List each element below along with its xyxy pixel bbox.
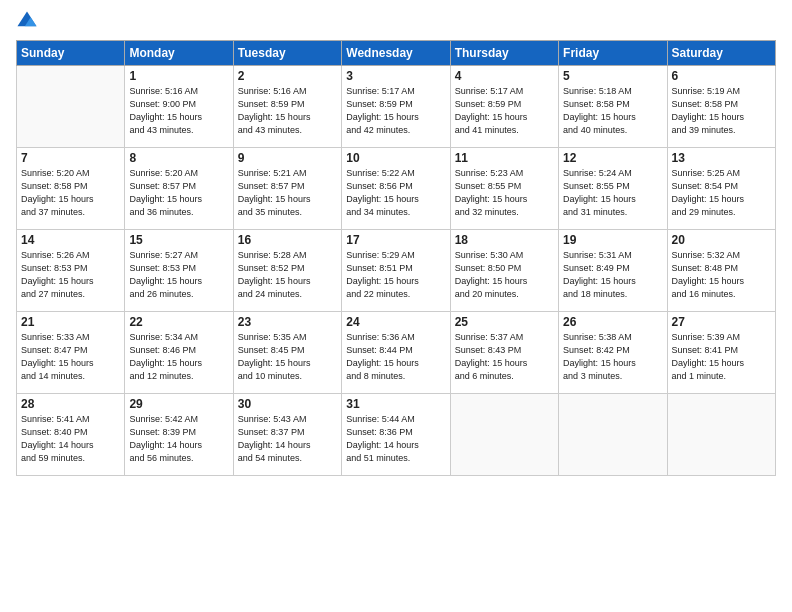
- calendar-cell: 4Sunrise: 5:17 AM Sunset: 8:59 PM Daylig…: [450, 66, 558, 148]
- day-number: 22: [129, 315, 228, 329]
- calendar-cell: 15Sunrise: 5:27 AM Sunset: 8:53 PM Dayli…: [125, 230, 233, 312]
- day-number: 10: [346, 151, 445, 165]
- calendar-week-3: 21Sunrise: 5:33 AM Sunset: 8:47 PM Dayli…: [17, 312, 776, 394]
- calendar-cell: [17, 66, 125, 148]
- day-number: 19: [563, 233, 662, 247]
- day-info: Sunrise: 5:33 AM Sunset: 8:47 PM Dayligh…: [21, 331, 120, 383]
- logo-icon: [16, 10, 38, 32]
- day-info: Sunrise: 5:20 AM Sunset: 8:58 PM Dayligh…: [21, 167, 120, 219]
- day-number: 6: [672, 69, 771, 83]
- calendar-cell: 29Sunrise: 5:42 AM Sunset: 8:39 PM Dayli…: [125, 394, 233, 476]
- calendar-cell: [559, 394, 667, 476]
- calendar-cell: 30Sunrise: 5:43 AM Sunset: 8:37 PM Dayli…: [233, 394, 341, 476]
- day-info: Sunrise: 5:32 AM Sunset: 8:48 PM Dayligh…: [672, 249, 771, 301]
- calendar-cell: 6Sunrise: 5:19 AM Sunset: 8:58 PM Daylig…: [667, 66, 775, 148]
- page: SundayMondayTuesdayWednesdayThursdayFrid…: [0, 0, 792, 612]
- calendar-cell: 27Sunrise: 5:39 AM Sunset: 8:41 PM Dayli…: [667, 312, 775, 394]
- day-info: Sunrise: 5:30 AM Sunset: 8:50 PM Dayligh…: [455, 249, 554, 301]
- calendar-table: SundayMondayTuesdayWednesdayThursdayFrid…: [16, 40, 776, 476]
- day-info: Sunrise: 5:20 AM Sunset: 8:57 PM Dayligh…: [129, 167, 228, 219]
- day-number: 28: [21, 397, 120, 411]
- day-info: Sunrise: 5:21 AM Sunset: 8:57 PM Dayligh…: [238, 167, 337, 219]
- calendar-cell: 25Sunrise: 5:37 AM Sunset: 8:43 PM Dayli…: [450, 312, 558, 394]
- calendar-cell: 17Sunrise: 5:29 AM Sunset: 8:51 PM Dayli…: [342, 230, 450, 312]
- day-info: Sunrise: 5:19 AM Sunset: 8:58 PM Dayligh…: [672, 85, 771, 137]
- calendar-week-2: 14Sunrise: 5:26 AM Sunset: 8:53 PM Dayli…: [17, 230, 776, 312]
- day-info: Sunrise: 5:25 AM Sunset: 8:54 PM Dayligh…: [672, 167, 771, 219]
- calendar-cell: 31Sunrise: 5:44 AM Sunset: 8:36 PM Dayli…: [342, 394, 450, 476]
- day-info: Sunrise: 5:24 AM Sunset: 8:55 PM Dayligh…: [563, 167, 662, 219]
- weekday-header-friday: Friday: [559, 41, 667, 66]
- day-number: 13: [672, 151, 771, 165]
- weekday-header-sunday: Sunday: [17, 41, 125, 66]
- weekday-row: SundayMondayTuesdayWednesdayThursdayFrid…: [17, 41, 776, 66]
- day-number: 31: [346, 397, 445, 411]
- weekday-header-thursday: Thursday: [450, 41, 558, 66]
- calendar-cell: 1Sunrise: 5:16 AM Sunset: 9:00 PM Daylig…: [125, 66, 233, 148]
- calendar-cell: 23Sunrise: 5:35 AM Sunset: 8:45 PM Dayli…: [233, 312, 341, 394]
- day-number: 8: [129, 151, 228, 165]
- calendar-cell: 14Sunrise: 5:26 AM Sunset: 8:53 PM Dayli…: [17, 230, 125, 312]
- day-number: 3: [346, 69, 445, 83]
- calendar-cell: 20Sunrise: 5:32 AM Sunset: 8:48 PM Dayli…: [667, 230, 775, 312]
- calendar-cell: [450, 394, 558, 476]
- day-info: Sunrise: 5:31 AM Sunset: 8:49 PM Dayligh…: [563, 249, 662, 301]
- calendar-cell: 28Sunrise: 5:41 AM Sunset: 8:40 PM Dayli…: [17, 394, 125, 476]
- calendar-body: 1Sunrise: 5:16 AM Sunset: 9:00 PM Daylig…: [17, 66, 776, 476]
- calendar-cell: 3Sunrise: 5:17 AM Sunset: 8:59 PM Daylig…: [342, 66, 450, 148]
- weekday-header-wednesday: Wednesday: [342, 41, 450, 66]
- day-number: 17: [346, 233, 445, 247]
- calendar-cell: 21Sunrise: 5:33 AM Sunset: 8:47 PM Dayli…: [17, 312, 125, 394]
- day-number: 27: [672, 315, 771, 329]
- day-info: Sunrise: 5:37 AM Sunset: 8:43 PM Dayligh…: [455, 331, 554, 383]
- calendar-cell: 11Sunrise: 5:23 AM Sunset: 8:55 PM Dayli…: [450, 148, 558, 230]
- calendar-cell: 2Sunrise: 5:16 AM Sunset: 8:59 PM Daylig…: [233, 66, 341, 148]
- header: [16, 10, 776, 32]
- day-number: 2: [238, 69, 337, 83]
- day-number: 21: [21, 315, 120, 329]
- day-number: 9: [238, 151, 337, 165]
- day-number: 14: [21, 233, 120, 247]
- day-info: Sunrise: 5:36 AM Sunset: 8:44 PM Dayligh…: [346, 331, 445, 383]
- day-number: 5: [563, 69, 662, 83]
- day-number: 23: [238, 315, 337, 329]
- day-info: Sunrise: 5:17 AM Sunset: 8:59 PM Dayligh…: [346, 85, 445, 137]
- calendar-cell: 7Sunrise: 5:20 AM Sunset: 8:58 PM Daylig…: [17, 148, 125, 230]
- day-info: Sunrise: 5:16 AM Sunset: 9:00 PM Dayligh…: [129, 85, 228, 137]
- day-number: 20: [672, 233, 771, 247]
- calendar-cell: 13Sunrise: 5:25 AM Sunset: 8:54 PM Dayli…: [667, 148, 775, 230]
- calendar-cell: 22Sunrise: 5:34 AM Sunset: 8:46 PM Dayli…: [125, 312, 233, 394]
- weekday-header-tuesday: Tuesday: [233, 41, 341, 66]
- calendar-cell: 26Sunrise: 5:38 AM Sunset: 8:42 PM Dayli…: [559, 312, 667, 394]
- day-info: Sunrise: 5:38 AM Sunset: 8:42 PM Dayligh…: [563, 331, 662, 383]
- day-number: 24: [346, 315, 445, 329]
- day-number: 29: [129, 397, 228, 411]
- calendar-cell: 19Sunrise: 5:31 AM Sunset: 8:49 PM Dayli…: [559, 230, 667, 312]
- logo: [16, 10, 42, 32]
- day-number: 26: [563, 315, 662, 329]
- calendar-cell: 5Sunrise: 5:18 AM Sunset: 8:58 PM Daylig…: [559, 66, 667, 148]
- day-number: 11: [455, 151, 554, 165]
- day-info: Sunrise: 5:28 AM Sunset: 8:52 PM Dayligh…: [238, 249, 337, 301]
- day-info: Sunrise: 5:34 AM Sunset: 8:46 PM Dayligh…: [129, 331, 228, 383]
- day-number: 1: [129, 69, 228, 83]
- day-info: Sunrise: 5:44 AM Sunset: 8:36 PM Dayligh…: [346, 413, 445, 465]
- day-info: Sunrise: 5:39 AM Sunset: 8:41 PM Dayligh…: [672, 331, 771, 383]
- day-info: Sunrise: 5:35 AM Sunset: 8:45 PM Dayligh…: [238, 331, 337, 383]
- calendar-cell: 24Sunrise: 5:36 AM Sunset: 8:44 PM Dayli…: [342, 312, 450, 394]
- day-number: 4: [455, 69, 554, 83]
- day-number: 7: [21, 151, 120, 165]
- calendar-week-1: 7Sunrise: 5:20 AM Sunset: 8:58 PM Daylig…: [17, 148, 776, 230]
- day-info: Sunrise: 5:43 AM Sunset: 8:37 PM Dayligh…: [238, 413, 337, 465]
- day-number: 30: [238, 397, 337, 411]
- day-info: Sunrise: 5:18 AM Sunset: 8:58 PM Dayligh…: [563, 85, 662, 137]
- day-info: Sunrise: 5:26 AM Sunset: 8:53 PM Dayligh…: [21, 249, 120, 301]
- day-info: Sunrise: 5:41 AM Sunset: 8:40 PM Dayligh…: [21, 413, 120, 465]
- calendar-cell: 16Sunrise: 5:28 AM Sunset: 8:52 PM Dayli…: [233, 230, 341, 312]
- day-number: 15: [129, 233, 228, 247]
- weekday-header-monday: Monday: [125, 41, 233, 66]
- calendar-cell: 18Sunrise: 5:30 AM Sunset: 8:50 PM Dayli…: [450, 230, 558, 312]
- day-number: 12: [563, 151, 662, 165]
- weekday-header-saturday: Saturday: [667, 41, 775, 66]
- day-info: Sunrise: 5:16 AM Sunset: 8:59 PM Dayligh…: [238, 85, 337, 137]
